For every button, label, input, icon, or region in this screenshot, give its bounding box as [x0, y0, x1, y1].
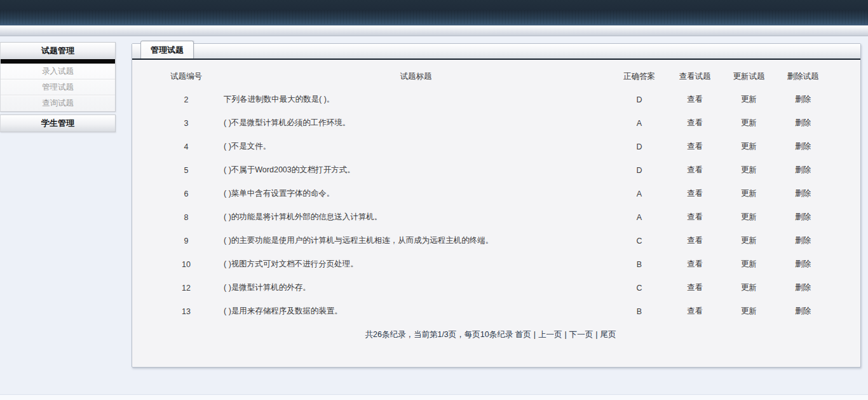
correct-answer: B: [611, 300, 668, 323]
correct-answer: D: [611, 158, 668, 182]
question-title: ( )不是微型计算机必须的工作环境。: [221, 111, 611, 135]
delete-link[interactable]: 删除: [795, 259, 811, 268]
delete-link[interactable]: 删除: [795, 118, 811, 127]
panel-body: 试题编号 试题标题 正确答案 查看试题 更新试题 删除试题 2 下列各进制数中最…: [132, 60, 860, 340]
column-header-correct-answer: 正确答案: [611, 69, 668, 88]
pagination-separator: |: [534, 330, 536, 339]
question-id: 3: [151, 111, 221, 135]
view-link[interactable]: 查看: [687, 307, 703, 315]
pagination-last[interactable]: 尾页: [600, 330, 616, 339]
accent-divider-glow: [1, 60, 115, 62]
view-link[interactable]: 查看: [687, 236, 703, 245]
correct-answer: C: [611, 229, 668, 252]
correct-answer: D: [611, 135, 668, 158]
column-header-view-question: 查看试题: [668, 69, 722, 88]
view-link[interactable]: 查看: [687, 95, 703, 104]
question-title: ( )菜单中含有设置字体的命令。: [221, 182, 611, 205]
delete-link[interactable]: 删除: [795, 307, 811, 315]
sidebar-group-question-management: 试题管理 录入试题 管理试题 查询试题: [0, 42, 116, 112]
update-link[interactable]: 更新: [741, 236, 757, 245]
question-table-body: 2 下列各进制数中最大的数是( )。 D 查看 更新 删除 3 ( )不是微型计…: [151, 88, 830, 323]
correct-answer: D: [611, 88, 668, 111]
tab-manage-questions[interactable]: 管理试题: [140, 41, 194, 59]
update-link[interactable]: 更新: [741, 283, 757, 292]
pagination-separator: |: [564, 330, 566, 339]
sidebar-items: 录入试题 管理试题 查询试题: [1, 64, 115, 111]
delete-link[interactable]: 删除: [795, 95, 811, 104]
delete-link[interactable]: 删除: [795, 189, 811, 198]
update-link[interactable]: 更新: [741, 307, 757, 315]
table-row: 6 ( )菜单中含有设置字体的命令。 A 查看 更新 删除: [151, 182, 830, 205]
question-id: 12: [151, 276, 221, 300]
sidebar-group-title-question-management[interactable]: 试题管理: [1, 43, 115, 59]
question-title: ( )是用来存储程序及数据的装置。: [221, 300, 611, 323]
delete-link[interactable]: 删除: [795, 236, 811, 245]
delete-link[interactable]: 删除: [795, 142, 811, 151]
table-row: 8 ( )的功能是将计算机外部的信息送入计算机。 A 查看 更新 删除: [151, 205, 830, 229]
correct-answer: A: [611, 111, 668, 135]
delete-link[interactable]: 删除: [795, 165, 811, 174]
update-link[interactable]: 更新: [741, 189, 757, 198]
table-row: 13 ( )是用来存储程序及数据的装置。 B 查看 更新 删除: [151, 300, 830, 323]
view-link[interactable]: 查看: [687, 189, 703, 198]
sidebar-item-enter-question[interactable]: 录入试题: [1, 64, 115, 79]
question-id: 2: [151, 88, 221, 111]
table-row: 9 ( )的主要功能是使用户的计算机与远程主机相连，从而成为远程主机的终端。 C…: [151, 229, 830, 252]
table-row: 5 ( )不属于Word2003的文档打开方式。 D 查看 更新 删除: [151, 158, 830, 182]
column-header-update-question: 更新试题: [722, 69, 776, 88]
pagination-first[interactable]: 首页: [515, 330, 531, 339]
table-header-row: 试题编号 试题标题 正确答案 查看试题 更新试题 删除试题: [151, 69, 830, 88]
correct-answer: C: [611, 276, 668, 300]
view-link[interactable]: 查看: [687, 212, 703, 221]
sidebar: 试题管理 录入试题 管理试题 查询试题 学生管理: [0, 42, 116, 135]
correct-answer: A: [611, 182, 668, 205]
question-table: 试题编号 试题标题 正确答案 查看试题 更新试题 删除试题 2 下列各进制数中最…: [151, 69, 830, 323]
tab-bar: 管理试题: [132, 44, 860, 60]
main-panel: 管理试题 试题编号 试题标题 正确答案 查看试题 更新试题 删除试题 2: [132, 43, 861, 368]
question-id: 4: [151, 135, 221, 158]
table-row: 12 ( )是微型计算机的外存。 C 查看 更新 删除: [151, 276, 830, 300]
question-title: ( )不是文件。: [221, 135, 611, 158]
column-header-delete-question: 删除试题: [776, 69, 830, 88]
secondary-header-bar: [0, 25, 868, 36]
question-title: ( )的功能是将计算机外部的信息送入计算机。: [221, 205, 611, 229]
accent-divider: [1, 59, 115, 64]
sidebar-item-query-question[interactable]: 查询试题: [1, 95, 115, 111]
pagination-separator: |: [595, 330, 597, 339]
question-title: ( )是微型计算机的外存。: [221, 276, 611, 300]
question-id: 6: [151, 182, 221, 205]
correct-answer: B: [611, 252, 668, 276]
update-link[interactable]: 更新: [741, 212, 757, 221]
sidebar-group-title-student-management[interactable]: 学生管理: [1, 115, 115, 132]
question-id: 10: [151, 252, 221, 276]
view-link[interactable]: 查看: [687, 142, 703, 151]
question-id: 8: [151, 205, 221, 229]
question-id: 13: [151, 300, 221, 323]
table-row: 2 下列各进制数中最大的数是( )。 D 查看 更新 删除: [151, 88, 830, 111]
pagination-next[interactable]: 下一页: [569, 330, 593, 339]
pagination: 共26条纪录，当前第1/3页，每页10条纪录 首页|上一页|下一页|尾页: [151, 329, 830, 340]
update-link[interactable]: 更新: [741, 259, 757, 268]
view-link[interactable]: 查看: [687, 165, 703, 174]
question-title: ( )视图方式可对文档不进行分页处理。: [221, 252, 611, 276]
top-header-bar: [0, 0, 868, 25]
question-title: 下列各进制数中最大的数是( )。: [221, 88, 611, 111]
question-title: ( )不属于Word2003的文档打开方式。: [221, 158, 611, 182]
footer-strip: [0, 394, 868, 400]
view-link[interactable]: 查看: [687, 118, 703, 127]
view-link[interactable]: 查看: [687, 259, 703, 268]
column-header-question-title: 试题标题: [221, 69, 611, 88]
update-link[interactable]: 更新: [741, 118, 757, 127]
sidebar-group-student-management: 学生管理: [0, 114, 116, 132]
update-link[interactable]: 更新: [741, 95, 757, 104]
question-id: 5: [151, 158, 221, 182]
update-link[interactable]: 更新: [741, 165, 757, 174]
sidebar-item-manage-question[interactable]: 管理试题: [1, 79, 115, 95]
delete-link[interactable]: 删除: [795, 283, 811, 292]
pagination-prev[interactable]: 上一页: [538, 330, 562, 339]
question-id: 9: [151, 229, 221, 252]
delete-link[interactable]: 删除: [795, 212, 811, 221]
table-row: 4 ( )不是文件。 D 查看 更新 删除: [151, 135, 830, 158]
update-link[interactable]: 更新: [741, 142, 757, 151]
view-link[interactable]: 查看: [687, 283, 703, 292]
